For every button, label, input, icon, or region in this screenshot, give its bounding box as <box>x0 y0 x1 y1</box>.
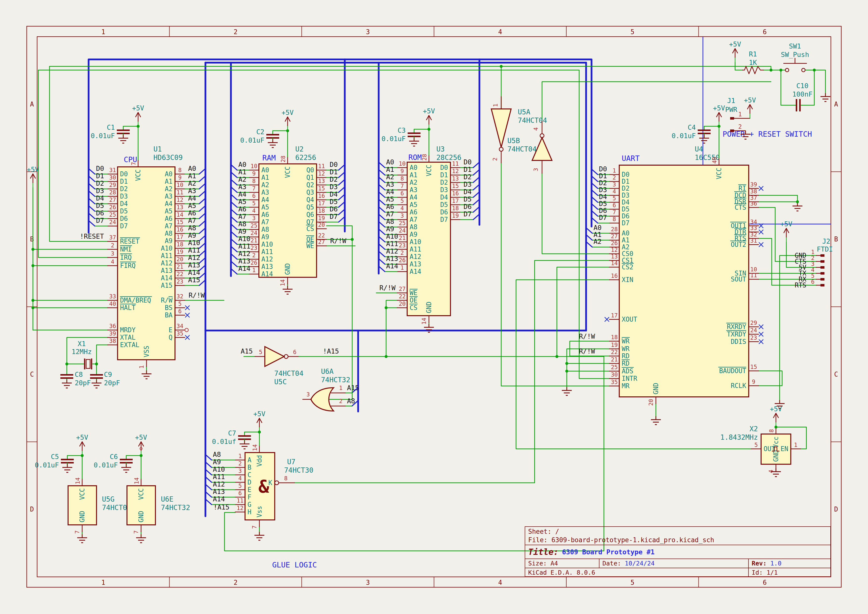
net-label-D3[interactable]: D3 <box>463 180 472 188</box>
net-label-A15[interactable]: A15 <box>241 347 253 355</box>
net-label-A10[interactable]: A10 <box>188 239 200 247</box>
bus-entry[interactable] <box>473 207 479 212</box>
value-J1[interactable]: PWR <box>725 106 738 113</box>
ref-C10[interactable]: C10 <box>797 82 809 90</box>
schematic-canvas[interactable]: 112233445566AABBCCDDPOWER + RESET SWITCH… <box>0 0 868 614</box>
bus-entry[interactable] <box>205 462 212 467</box>
ref-C1[interactable]: C1 <box>107 124 115 131</box>
wire[interactable] <box>557 267 609 357</box>
value-X2[interactable]: 1.8432MHz <box>720 433 758 442</box>
bus-entry[interactable] <box>199 213 205 219</box>
net-label-A13[interactable]: A13 <box>213 488 225 495</box>
bus-entry[interactable] <box>231 209 237 215</box>
bus-entry[interactable] <box>379 207 385 212</box>
bus-entry[interactable] <box>231 261 237 267</box>
ref-C8[interactable]: C8 <box>75 371 83 378</box>
net-label-D1[interactable]: D1 <box>599 172 607 180</box>
net-label-A8[interactable]: A8 <box>238 220 246 228</box>
net-label-D3[interactable]: D3 <box>96 187 104 195</box>
bus-entry[interactable] <box>199 206 205 211</box>
value-C1[interactable]: 0.01uF <box>91 132 115 140</box>
block-label-UART[interactable]: UART <box>622 154 640 163</box>
bus-entry[interactable] <box>199 220 205 226</box>
ref-U5A[interactable]: U5A <box>518 108 530 116</box>
bus-entry[interactable] <box>592 183 598 188</box>
bus-entry[interactable] <box>592 197 598 202</box>
net-label-A0[interactable]: A0 <box>188 164 196 172</box>
wire[interactable] <box>294 260 609 483</box>
bus-entry[interactable] <box>205 477 212 482</box>
wire[interactable] <box>814 70 825 96</box>
bus-entry[interactable] <box>205 470 212 475</box>
wire[interactable] <box>780 256 816 403</box>
net-label-A14[interactable]: A14 <box>188 268 200 276</box>
bus-entry[interactable] <box>379 170 385 175</box>
value-C2[interactable]: 0.01uF <box>240 136 264 144</box>
bus-entry[interactable] <box>339 202 345 207</box>
net-label-D0[interactable]: D0 <box>599 165 607 173</box>
net-label-D2[interactable]: D2 <box>599 179 607 187</box>
wire[interactable] <box>759 371 782 386</box>
net-label-D7[interactable]: D7 <box>330 213 338 220</box>
net-label-A5[interactable]: A5 <box>386 195 394 203</box>
section-label[interactable]: GLUE LOGIC <box>272 561 317 569</box>
bus-entry[interactable] <box>231 194 237 200</box>
bus-entry[interactable] <box>205 492 212 497</box>
bus-entry[interactable] <box>88 220 95 226</box>
wire[interactable] <box>386 300 397 308</box>
bus-entry[interactable] <box>379 222 385 227</box>
net-label-D6[interactable]: D6 <box>330 205 338 213</box>
ref-U5C[interactable]: U5C <box>274 378 287 386</box>
net-label-A5[interactable]: A5 <box>188 202 196 209</box>
value-C3[interactable]: 0.01uF <box>381 135 406 143</box>
ref-U5C[interactable]: 74HCT04 <box>274 369 304 378</box>
net-label-D4[interactable]: D4 <box>599 193 607 200</box>
net-label-R/!W[interactable]: R/!W <box>579 332 595 340</box>
bus-entry[interactable] <box>592 204 598 209</box>
net-label-A4[interactable]: A4 <box>188 194 196 202</box>
ref-U4[interactable]: U4 <box>695 145 703 153</box>
value-C7[interactable]: 0.01uf <box>212 438 236 445</box>
ref-C5[interactable]: C5 <box>51 453 59 460</box>
ref-C9[interactable]: C9 <box>104 371 112 378</box>
value-R1[interactable]: 1K <box>749 59 757 66</box>
value-C4[interactable]: 0.01uF <box>671 132 696 140</box>
bus-entry[interactable] <box>379 199 385 205</box>
bus-entry[interactable] <box>199 228 205 234</box>
net-label-R/!W[interactable]: R/!W <box>579 347 595 355</box>
connector-pin-J2-5[interactable] <box>820 278 825 281</box>
net-label-A14[interactable]: A14 <box>238 265 251 272</box>
resistor-R1[interactable] <box>742 66 764 74</box>
net-label-D7[interactable]: D7 <box>96 217 104 224</box>
ref-U6E[interactable]: U6E <box>161 495 174 503</box>
ref-X2[interactable]: X2 <box>749 425 758 433</box>
bus-entry[interactable] <box>231 217 237 222</box>
net-label-A3[interactable]: A3 <box>188 187 196 195</box>
net-label-A2[interactable]: A2 <box>238 175 246 183</box>
ref-U6A[interactable]: 74HCT32 <box>321 376 350 384</box>
bus-entry[interactable] <box>199 169 205 174</box>
bus-entry[interactable] <box>88 169 95 174</box>
net-label-A10[interactable]: A10 <box>213 465 225 473</box>
net-label-A13[interactable]: A13 <box>238 257 251 265</box>
connector-pin-J1-1[interactable] <box>730 117 734 119</box>
bus-entry[interactable] <box>231 187 237 192</box>
net-label-A1[interactable]: A1 <box>238 168 246 176</box>
bus-entry[interactable] <box>379 177 385 183</box>
connector-pin-J2-6[interactable] <box>820 284 825 287</box>
switch-contact[interactable] <box>785 68 789 72</box>
net-label-D4[interactable]: D4 <box>463 188 472 195</box>
bus-entry[interactable] <box>379 214 385 220</box>
net-label-A12[interactable]: A12 <box>188 254 200 262</box>
bus-entry[interactable] <box>339 172 345 178</box>
value-SW1[interactable]: SW_Push <box>781 51 809 59</box>
net-label-D7[interactable]: D7 <box>599 214 607 221</box>
ref-C2[interactable]: C2 <box>256 128 264 136</box>
bus-entry[interactable] <box>339 217 345 222</box>
bus-entry[interactable] <box>199 198 205 204</box>
value-C5[interactable]: 0.01uF <box>35 461 59 469</box>
connector-pin-J2-4[interactable] <box>820 272 825 274</box>
net-label-A0[interactable]: A0 <box>386 158 394 166</box>
net-label-D5[interactable]: D5 <box>330 198 338 206</box>
bus-entry[interactable] <box>88 198 95 204</box>
